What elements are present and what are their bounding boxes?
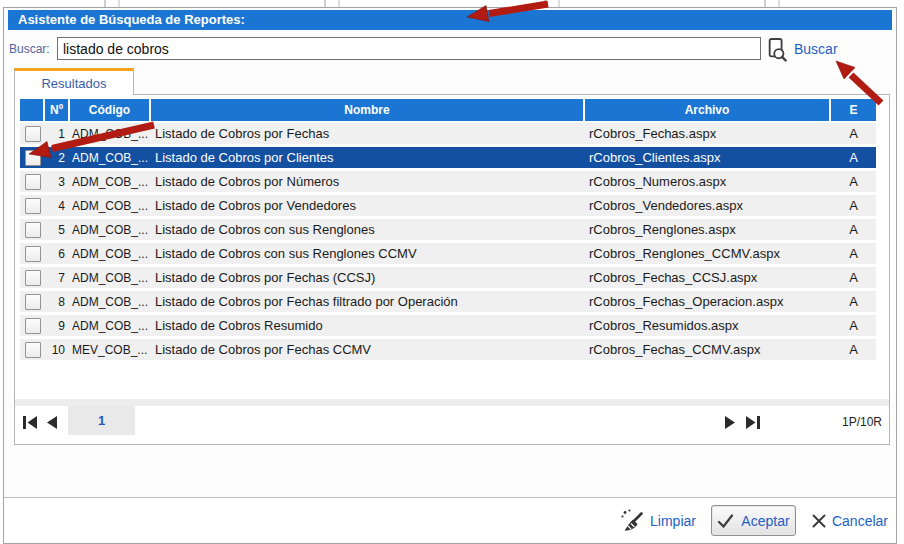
previous-page-icon[interactable] bbox=[42, 413, 62, 431]
header-estado: E bbox=[831, 99, 876, 121]
cell-numero: 8 bbox=[45, 295, 70, 309]
cell-archivo: rCobros_Fechas_CCSJ.aspx bbox=[585, 270, 831, 285]
last-page-icon[interactable] bbox=[742, 413, 762, 431]
header-archivo: Archivo bbox=[585, 99, 829, 121]
search-button[interactable]: Buscar bbox=[766, 36, 838, 62]
cell-numero: 1 bbox=[45, 127, 70, 141]
search-button-label: Buscar bbox=[794, 41, 838, 57]
cell-archivo: rCobros_Renglones_CCMV.aspx bbox=[585, 246, 831, 261]
cancelar-label: Cancelar bbox=[832, 513, 888, 529]
tab-resultados[interactable]: Resultados bbox=[14, 68, 134, 95]
row-checkbox-cell bbox=[20, 150, 45, 166]
cell-codigo: ADM_COB_... bbox=[70, 175, 151, 189]
footer-toolbar: Limpiar Aceptar Cancelar bbox=[4, 498, 896, 543]
table-row[interactable]: 8 ADM_COB_... Listado de Cobros por Fech… bbox=[20, 291, 876, 312]
row-checkbox[interactable] bbox=[25, 294, 41, 310]
report-search-dialog: Asistente de Búsqueda de Reportes: Busca… bbox=[3, 7, 897, 544]
cell-estado: A bbox=[831, 342, 876, 357]
cell-estado: A bbox=[831, 126, 876, 141]
cell-estado: A bbox=[831, 174, 876, 189]
dialog-title: Asistente de Búsqueda de Reportes: bbox=[8, 10, 892, 30]
table-row[interactable]: 4 ADM_COB_... Listado de Cobros por Vend… bbox=[20, 195, 876, 216]
cell-estado: A bbox=[831, 294, 876, 309]
cell-estado: A bbox=[831, 270, 876, 285]
cell-nombre: Listado de Cobros por Vendedores bbox=[151, 198, 585, 213]
row-checkbox-cell bbox=[20, 198, 45, 214]
row-checkbox-cell bbox=[20, 270, 45, 286]
row-checkbox[interactable] bbox=[25, 318, 41, 334]
table-row[interactable]: 2 ADM_COB_... Listado de Cobros por Clie… bbox=[20, 147, 876, 168]
results-panel: Nº Código Nombre Archivo E 1 ADM_COB_...… bbox=[14, 94, 890, 445]
table-row[interactable]: 10 MEV_COB_... Listado de Cobros por Fec… bbox=[20, 339, 876, 360]
row-checkbox-cell bbox=[20, 174, 45, 190]
row-checkbox[interactable] bbox=[25, 342, 41, 358]
cell-numero: 9 bbox=[45, 319, 70, 333]
cell-codigo: ADM_COB_... bbox=[70, 127, 151, 141]
cell-numero: 4 bbox=[45, 199, 70, 213]
cell-nombre: Listado de Cobros por Fechas CCMV bbox=[151, 342, 585, 357]
cell-nombre: Listado de Cobros por Fechas filtrado po… bbox=[151, 294, 585, 309]
cell-numero: 2 bbox=[45, 151, 70, 165]
table-row[interactable]: 3 ADM_COB_... Listado de Cobros por Núme… bbox=[20, 171, 876, 192]
next-page-icon[interactable] bbox=[720, 413, 740, 431]
search-input[interactable] bbox=[57, 37, 761, 60]
cell-codigo: ADM_COB_... bbox=[70, 295, 151, 309]
cell-codigo: ADM_COB_... bbox=[70, 319, 151, 333]
limpiar-button[interactable]: Limpiar bbox=[620, 508, 696, 533]
row-checkbox[interactable] bbox=[25, 126, 41, 142]
limpiar-label: Limpiar bbox=[650, 513, 696, 529]
table-row[interactable]: 5 ADM_COB_... Listado de Cobros con sus … bbox=[20, 219, 876, 240]
cell-nombre: Listado de Cobros por Números bbox=[151, 174, 585, 189]
table-body: 1 ADM_COB_... Listado de Cobros por Fech… bbox=[20, 123, 876, 363]
cell-archivo: rCobros_Clientes.aspx bbox=[585, 150, 831, 165]
row-checkbox[interactable] bbox=[25, 198, 41, 214]
cell-numero: 10 bbox=[45, 343, 70, 357]
row-checkbox-cell bbox=[20, 342, 45, 358]
cell-archivo: rCobros_Vendedores.aspx bbox=[585, 198, 831, 213]
cell-codigo: ADM_COB_... bbox=[70, 199, 151, 213]
cell-estado: A bbox=[831, 198, 876, 213]
cell-estado: A bbox=[831, 150, 876, 165]
cell-archivo: rCobros_Numeros.aspx bbox=[585, 174, 831, 189]
cell-estado: A bbox=[831, 318, 876, 333]
aceptar-button[interactable]: Aceptar bbox=[711, 505, 796, 536]
row-checkbox[interactable] bbox=[25, 174, 41, 190]
cell-codigo: ADM_COB_... bbox=[70, 151, 151, 165]
table-row[interactable]: 7 ADM_COB_... Listado de Cobros por Fech… bbox=[20, 267, 876, 288]
pager: 1 1P/10R bbox=[15, 406, 889, 444]
cell-numero: 7 bbox=[45, 271, 70, 285]
close-x-icon bbox=[811, 513, 827, 529]
first-page-icon[interactable] bbox=[20, 413, 40, 431]
checkmark-icon bbox=[717, 514, 734, 528]
page-number-button[interactable]: 1 bbox=[68, 406, 135, 435]
row-checkbox[interactable] bbox=[25, 222, 41, 238]
table-row[interactable]: 1 ADM_COB_... Listado de Cobros por Fech… bbox=[20, 123, 876, 144]
row-checkbox[interactable] bbox=[25, 150, 41, 166]
cell-nombre: Listado de Cobros con sus Renglones CCMV bbox=[151, 246, 585, 261]
aceptar-label: Aceptar bbox=[741, 513, 789, 529]
header-checkbox-col bbox=[20, 99, 43, 121]
table-row[interactable]: 6 ADM_COB_... Listado de Cobros con sus … bbox=[20, 243, 876, 264]
cell-numero: 5 bbox=[45, 223, 70, 237]
header-codigo: Código bbox=[70, 99, 149, 121]
table-row[interactable]: 9 ADM_COB_... Listado de Cobros Resumido… bbox=[20, 315, 876, 336]
cell-codigo: ADM_COB_... bbox=[70, 271, 151, 285]
cell-nombre: Listado de Cobros con sus Renglones bbox=[151, 222, 585, 237]
row-checkbox-cell bbox=[20, 318, 45, 334]
cell-codigo: MEV_COB_... bbox=[70, 343, 151, 357]
pager-info: 1P/10R bbox=[842, 415, 882, 429]
cell-codigo: ADM_COB_... bbox=[70, 223, 151, 237]
header-nombre: Nombre bbox=[151, 99, 583, 121]
row-checkbox[interactable] bbox=[25, 270, 41, 286]
row-checkbox-cell bbox=[20, 126, 45, 142]
row-checkbox-cell bbox=[20, 294, 45, 310]
search-page-icon bbox=[766, 37, 788, 62]
cell-archivo: rCobros_Fechas.aspx bbox=[585, 126, 831, 141]
cell-archivo: rCobros_Resumidos.aspx bbox=[585, 318, 831, 333]
table-header-row: Nº Código Nombre Archivo E bbox=[20, 99, 876, 121]
tab-resultados-label: Resultados bbox=[41, 76, 106, 91]
search-label: Buscar: bbox=[9, 37, 50, 61]
cancelar-button[interactable]: Cancelar bbox=[811, 513, 888, 529]
row-checkbox[interactable] bbox=[25, 246, 41, 262]
row-checkbox-cell bbox=[20, 246, 45, 262]
